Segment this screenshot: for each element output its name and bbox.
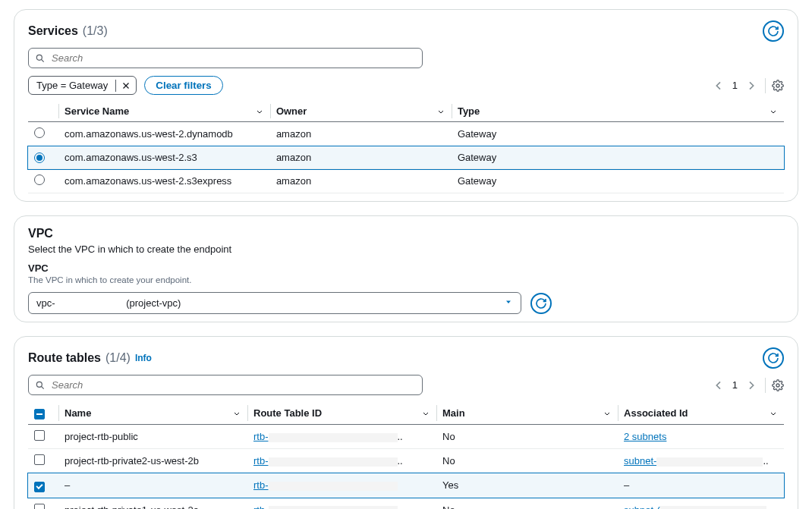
services-pagination: 1 <box>711 78 784 93</box>
services-panel: Services (1/3) Type = Gateway Clear filt… <box>14 9 798 202</box>
chevron-down-icon <box>504 297 513 309</box>
route-main-cell: No <box>436 425 618 449</box>
table-row[interactable]: com.amazonaws.us-west-2.dynamodbamazonGa… <box>28 122 784 146</box>
sort-icon <box>603 407 612 416</box>
service-name-cell: com.amazonaws.us-west-2.s3 <box>58 146 270 169</box>
col-route-assoc[interactable]: Associated Id <box>624 407 688 419</box>
services-title: Services <box>28 24 78 38</box>
route-id-cell: rtb- <box>247 473 436 498</box>
service-owner-cell: amazon <box>270 169 452 193</box>
service-type-cell: Gateway <box>452 122 784 146</box>
service-owner-cell: amazon <box>270 146 452 169</box>
chevron-right-icon <box>745 80 757 92</box>
vpc-refresh-button[interactable] <box>530 293 552 314</box>
col-service-name[interactable]: Service Name <box>65 105 129 117</box>
service-name-cell: com.amazonaws.us-west-2.dynamodb <box>58 122 270 146</box>
routes-refresh-button[interactable] <box>763 347 784 369</box>
routes-pagination: 1 <box>711 378 784 393</box>
refresh-icon <box>767 25 779 37</box>
routes-search-input[interactable] <box>28 375 423 395</box>
route-name-cell: project-rtb-private2-us-west-2b <box>58 449 247 473</box>
routes-search-field[interactable] <box>50 379 416 391</box>
routes-prev-page-button[interactable] <box>711 378 726 393</box>
services-settings-button[interactable] <box>772 80 784 92</box>
route-table-id-link[interactable]: rtb- <box>253 504 269 510</box>
table-row[interactable]: com.amazonaws.us-west-2.s3expressamazonG… <box>28 169 784 193</box>
service-row-radio[interactable] <box>34 152 45 163</box>
col-route-main[interactable]: Main <box>442 407 465 419</box>
filter-chip-type-gateway: Type = Gateway <box>28 76 137 95</box>
table-row[interactable]: –rtb-Yes– <box>28 473 784 498</box>
svg-point-6 <box>36 382 42 387</box>
services-prev-page-button[interactable] <box>711 78 726 93</box>
associated-id-link[interactable]: 2 subnets <box>624 431 666 442</box>
route-name-cell: – <box>58 473 247 498</box>
gear-icon <box>772 80 784 92</box>
service-owner-cell: amazon <box>270 122 452 146</box>
route-id-cell: rtb- <box>247 498 436 509</box>
service-type-cell: Gateway <box>452 146 784 169</box>
filter-chip-remove-button[interactable] <box>115 80 136 92</box>
table-row[interactable]: project-rtb-private1-us-west-2artb-Nosub… <box>28 498 784 509</box>
routes-table: Name Route Table ID Main Associated Id p… <box>28 401 784 509</box>
route-main-cell: No <box>436 498 618 509</box>
service-type-cell: Gateway <box>452 169 784 193</box>
svg-point-0 <box>36 55 42 60</box>
services-refresh-button[interactable] <box>763 20 784 42</box>
routes-select-all-checkbox[interactable] <box>34 409 45 419</box>
route-table-id-link[interactable]: rtb- <box>253 455 269 467</box>
search-icon <box>35 53 46 64</box>
route-name-cell: project-rtb-public <box>58 425 247 449</box>
svg-marker-5 <box>506 301 511 304</box>
service-row-radio[interactable] <box>34 127 45 138</box>
filter-chip-label: Type = Gateway <box>29 77 115 94</box>
col-owner[interactable]: Owner <box>276 105 307 117</box>
routes-info-link[interactable]: Info <box>135 353 152 363</box>
col-type[interactable]: Type <box>458 105 480 117</box>
vpc-select-value: vpc- (project-vpc) <box>36 297 181 309</box>
route-row-checkbox[interactable] <box>34 482 45 492</box>
col-route-id[interactable]: Route Table ID <box>253 407 322 419</box>
services-search-input[interactable] <box>28 48 423 68</box>
associated-id-link[interactable]: subnet-( <box>624 504 660 510</box>
associated-id-link[interactable]: subnet- <box>624 455 656 467</box>
refresh-icon <box>535 297 547 309</box>
services-next-page-button[interactable] <box>744 78 759 93</box>
clear-filters-button[interactable]: Clear filters <box>144 76 222 95</box>
route-row-checkbox[interactable] <box>34 504 45 510</box>
col-route-name[interactable]: Name <box>65 407 91 419</box>
table-row[interactable]: project-rtb-publicrtb-..No2 subnets <box>28 425 784 449</box>
route-main-cell: No <box>436 449 618 473</box>
refresh-icon <box>767 352 779 364</box>
svg-point-8 <box>776 384 779 387</box>
table-row[interactable]: com.amazonaws.us-west-2.s3amazonGateway <box>28 146 784 169</box>
routes-page-number: 1 <box>732 379 738 391</box>
sort-icon <box>769 407 778 416</box>
services-page-number: 1 <box>732 80 738 91</box>
chevron-left-icon <box>713 379 725 391</box>
close-icon <box>121 81 131 90</box>
services-search-field[interactable] <box>50 52 416 64</box>
route-id-cell: rtb-.. <box>247 425 436 449</box>
chevron-right-icon <box>745 379 757 391</box>
route-table-id-link[interactable]: rtb- <box>253 479 269 491</box>
route-row-checkbox[interactable] <box>34 454 45 465</box>
vpc-select-dropdown[interactable]: vpc- (project-vpc) <box>28 292 521 314</box>
route-assoc-cell: – <box>618 473 784 498</box>
service-row-radio[interactable] <box>34 174 45 185</box>
routes-settings-button[interactable] <box>772 379 784 391</box>
route-table-id-link[interactable]: rtb- <box>253 431 269 442</box>
vpc-helper-text: The VPC in which to create your endpoint… <box>28 275 784 284</box>
table-row[interactable]: project-rtb-private2-us-west-2brtb-..Nos… <box>28 449 784 473</box>
routes-next-page-button[interactable] <box>744 378 759 393</box>
route-assoc-cell: 2 subnets <box>618 425 784 449</box>
services-count: (1/3) <box>83 24 108 38</box>
route-id-cell: rtb-.. <box>247 449 436 473</box>
routes-title: Route tables <box>28 351 101 365</box>
route-assoc-cell: subnet-.. <box>618 449 784 473</box>
gear-icon <box>772 379 784 391</box>
svg-line-7 <box>41 386 43 388</box>
route-row-checkbox[interactable] <box>34 430 45 441</box>
chevron-left-icon <box>713 80 725 92</box>
service-name-cell: com.amazonaws.us-west-2.s3express <box>58 169 270 193</box>
